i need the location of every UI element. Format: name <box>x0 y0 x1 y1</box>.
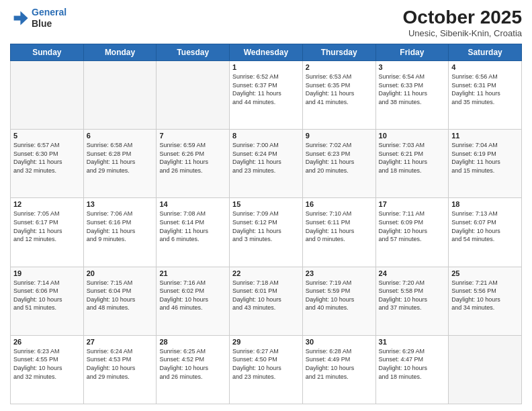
day-number: 16 <box>306 200 373 208</box>
calendar-cell: 14Sunrise: 7:08 AM Sunset: 6:14 PM Dayli… <box>157 198 230 267</box>
calendar-cell: 4Sunrise: 6:56 AM Sunset: 6:31 PM Daylig… <box>449 61 522 130</box>
day-number: 31 <box>379 338 446 346</box>
day-number: 6 <box>87 132 154 140</box>
calendar-table: SundayMondayTuesdayWednesdayThursdayFrid… <box>10 44 522 404</box>
calendar-cell <box>11 61 84 130</box>
day-number: 22 <box>232 269 300 277</box>
day-info: Sunrise: 7:05 AM Sunset: 6:17 PM Dayligh… <box>13 210 81 243</box>
day-info: Sunrise: 6:25 AM Sunset: 4:52 PM Dayligh… <box>159 347 226 381</box>
location-subtitle: Unesic, Sibenik-Knin, Croatia <box>403 28 522 38</box>
logo-icon <box>10 9 29 28</box>
day-number: 20 <box>87 269 154 277</box>
calendar-cell <box>83 61 157 130</box>
calendar-cell <box>449 335 522 404</box>
calendar-cell: 21Sunrise: 7:16 AM Sunset: 6:02 PM Dayli… <box>157 267 230 335</box>
svg-marker-0 <box>14 11 28 25</box>
calendar-cell: 28Sunrise: 6:25 AM Sunset: 4:52 PM Dayli… <box>157 335 230 404</box>
day-number: 10 <box>379 132 446 140</box>
day-info: Sunrise: 7:16 AM Sunset: 6:02 PM Dayligh… <box>159 279 226 312</box>
day-info: Sunrise: 6:24 AM Sunset: 4:53 PM Dayligh… <box>87 347 154 381</box>
col-header-friday: Friday <box>375 44 449 61</box>
calendar-week-row: 26Sunrise: 6:23 AM Sunset: 4:55 PM Dayli… <box>11 335 522 404</box>
day-info: Sunrise: 7:19 AM Sunset: 5:59 PM Dayligh… <box>306 279 373 312</box>
calendar-week-row: 12Sunrise: 7:05 AM Sunset: 6:17 PM Dayli… <box>11 198 522 267</box>
day-number: 26 <box>13 338 81 346</box>
day-number: 3 <box>379 63 446 71</box>
day-info: Sunrise: 7:00 AM Sunset: 6:24 PM Dayligh… <box>232 141 300 175</box>
day-info: Sunrise: 7:13 AM Sunset: 6:07 PM Dayligh… <box>451 210 519 243</box>
col-header-sunday: Sunday <box>11 44 84 61</box>
logo: General Blue <box>10 7 66 30</box>
day-number: 30 <box>306 338 373 346</box>
day-number: 17 <box>379 200 446 208</box>
day-info: Sunrise: 7:21 AM Sunset: 5:56 PM Dayligh… <box>451 279 519 312</box>
calendar-cell: 24Sunrise: 7:20 AM Sunset: 5:58 PM Dayli… <box>375 267 449 335</box>
day-number: 2 <box>306 63 373 71</box>
calendar-cell: 7Sunrise: 6:59 AM Sunset: 6:26 PM Daylig… <box>157 130 230 198</box>
logo-text: General Blue <box>32 7 66 30</box>
col-header-tuesday: Tuesday <box>157 44 230 61</box>
calendar-cell <box>157 61 230 130</box>
col-header-thursday: Thursday <box>302 44 375 61</box>
day-number: 5 <box>13 132 81 140</box>
calendar-cell: 15Sunrise: 7:09 AM Sunset: 6:12 PM Dayli… <box>230 198 303 267</box>
day-info: Sunrise: 6:23 AM Sunset: 4:55 PM Dayligh… <box>13 347 81 381</box>
day-info: Sunrise: 6:57 AM Sunset: 6:30 PM Dayligh… <box>13 141 81 175</box>
calendar-cell: 9Sunrise: 7:02 AM Sunset: 6:23 PM Daylig… <box>302 130 375 198</box>
calendar-cell: 10Sunrise: 7:03 AM Sunset: 6:21 PM Dayli… <box>375 130 449 198</box>
day-number: 29 <box>232 338 300 346</box>
day-number: 27 <box>87 338 154 346</box>
day-info: Sunrise: 6:52 AM Sunset: 6:37 PM Dayligh… <box>232 73 300 106</box>
calendar-cell: 16Sunrise: 7:10 AM Sunset: 6:11 PM Dayli… <box>302 198 375 267</box>
day-number: 8 <box>232 132 300 140</box>
calendar-cell: 27Sunrise: 6:24 AM Sunset: 4:53 PM Dayli… <box>83 335 157 404</box>
calendar-cell: 19Sunrise: 7:14 AM Sunset: 6:06 PM Dayli… <box>11 267 84 335</box>
day-info: Sunrise: 6:27 AM Sunset: 4:50 PM Dayligh… <box>232 347 300 381</box>
day-info: Sunrise: 7:20 AM Sunset: 5:58 PM Dayligh… <box>379 279 446 312</box>
calendar-cell: 31Sunrise: 6:29 AM Sunset: 4:47 PM Dayli… <box>375 335 449 404</box>
day-info: Sunrise: 7:09 AM Sunset: 6:12 PM Dayligh… <box>232 210 300 243</box>
day-number: 4 <box>451 63 519 71</box>
day-info: Sunrise: 6:56 AM Sunset: 6:31 PM Dayligh… <box>451 73 519 106</box>
day-info: Sunrise: 7:08 AM Sunset: 6:14 PM Dayligh… <box>159 210 226 243</box>
day-number: 19 <box>13 269 81 277</box>
calendar-cell: 23Sunrise: 7:19 AM Sunset: 5:59 PM Dayli… <box>302 267 375 335</box>
page: General Blue October 2025 Unesic, Sibeni… <box>0 0 532 411</box>
calendar-cell: 3Sunrise: 6:54 AM Sunset: 6:33 PM Daylig… <box>375 61 449 130</box>
day-info: Sunrise: 7:06 AM Sunset: 6:16 PM Dayligh… <box>87 210 154 243</box>
calendar-cell: 13Sunrise: 7:06 AM Sunset: 6:16 PM Dayli… <box>83 198 157 267</box>
day-number: 28 <box>159 338 226 346</box>
calendar-cell: 12Sunrise: 7:05 AM Sunset: 6:17 PM Dayli… <box>11 198 84 267</box>
calendar-cell: 22Sunrise: 7:18 AM Sunset: 6:01 PM Dayli… <box>230 267 303 335</box>
logo-line2: Blue <box>32 18 66 30</box>
day-number: 12 <box>13 200 81 208</box>
day-number: 1 <box>232 63 300 71</box>
day-info: Sunrise: 6:58 AM Sunset: 6:28 PM Dayligh… <box>87 141 154 175</box>
calendar-cell: 17Sunrise: 7:11 AM Sunset: 6:09 PM Dayli… <box>375 198 449 267</box>
calendar-week-row: 5Sunrise: 6:57 AM Sunset: 6:30 PM Daylig… <box>11 130 522 198</box>
calendar-cell: 5Sunrise: 6:57 AM Sunset: 6:30 PM Daylig… <box>11 130 84 198</box>
calendar-cell: 11Sunrise: 7:04 AM Sunset: 6:19 PM Dayli… <box>449 130 522 198</box>
day-number: 15 <box>232 200 300 208</box>
day-number: 11 <box>451 132 519 140</box>
day-info: Sunrise: 6:54 AM Sunset: 6:33 PM Dayligh… <box>379 73 446 106</box>
col-header-saturday: Saturday <box>449 44 522 61</box>
day-info: Sunrise: 7:14 AM Sunset: 6:06 PM Dayligh… <box>13 279 81 312</box>
day-number: 21 <box>159 269 226 277</box>
day-info: Sunrise: 7:02 AM Sunset: 6:23 PM Dayligh… <box>306 141 373 175</box>
day-info: Sunrise: 6:59 AM Sunset: 6:26 PM Dayligh… <box>159 141 226 175</box>
day-info: Sunrise: 7:03 AM Sunset: 6:21 PM Dayligh… <box>379 141 446 175</box>
day-number: 13 <box>87 200 154 208</box>
logo-line1: General <box>32 7 66 17</box>
col-header-wednesday: Wednesday <box>230 44 303 61</box>
day-number: 25 <box>451 269 519 277</box>
calendar-header-row: SundayMondayTuesdayWednesdayThursdayFrid… <box>11 44 522 61</box>
calendar-week-row: 1Sunrise: 6:52 AM Sunset: 6:37 PM Daylig… <box>11 61 522 130</box>
header: General Blue October 2025 Unesic, Sibeni… <box>10 7 522 38</box>
calendar-cell: 6Sunrise: 6:58 AM Sunset: 6:28 PM Daylig… <box>83 130 157 198</box>
calendar-cell: 26Sunrise: 6:23 AM Sunset: 4:55 PM Dayli… <box>11 335 84 404</box>
day-number: 18 <box>451 200 519 208</box>
month-title: October 2025 <box>403 7 522 28</box>
calendar-week-row: 19Sunrise: 7:14 AM Sunset: 6:06 PM Dayli… <box>11 267 522 335</box>
day-info: Sunrise: 6:28 AM Sunset: 4:49 PM Dayligh… <box>306 347 373 381</box>
